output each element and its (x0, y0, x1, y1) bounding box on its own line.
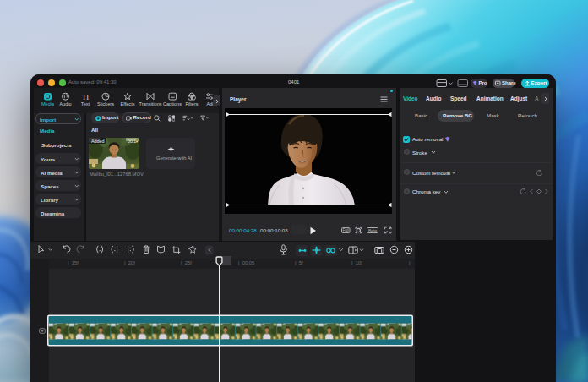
svg-text:Ratio: Ratio (368, 228, 378, 232)
svg-text:Transitions: Transitions (139, 101, 161, 106)
svg-text:Filters: Filters (185, 101, 198, 106)
svg-text:Text: Text (81, 101, 90, 106)
svg-text:Full: Full (342, 228, 348, 232)
svg-text:Captions: Captions (163, 101, 182, 106)
svg-text:Stickers: Stickers (97, 101, 114, 106)
svg-text:Audio: Audio (59, 101, 71, 106)
svg-text:TI: TI (82, 93, 89, 101)
svg-text:Media: Media (41, 101, 55, 106)
svg-text:Effects: Effects (121, 101, 135, 106)
